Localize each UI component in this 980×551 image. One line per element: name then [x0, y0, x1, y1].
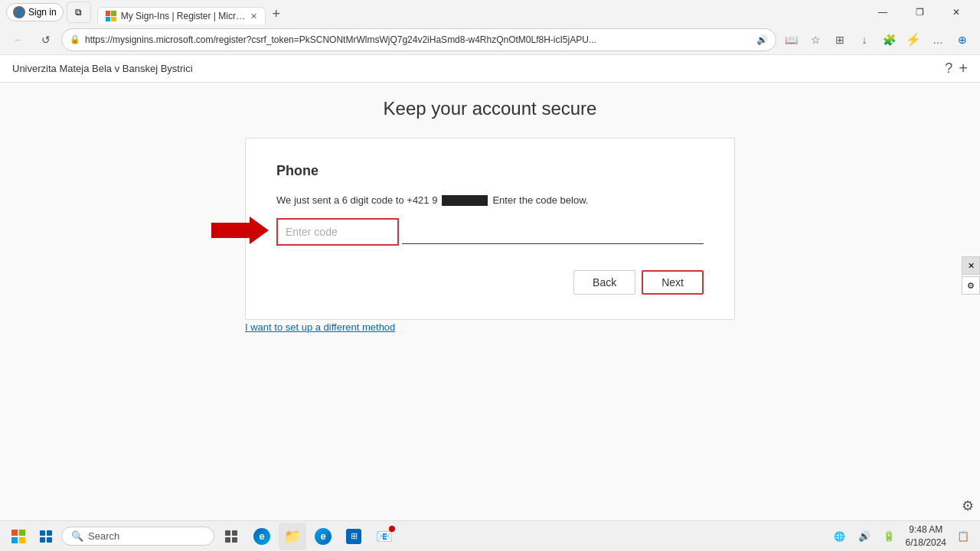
restore-button[interactable]: ❐ [902, 0, 937, 24]
code-input[interactable] [276, 218, 399, 246]
split-view-button[interactable]: ⊞ [828, 28, 851, 51]
read-view-button[interactable]: 📖 [779, 28, 802, 51]
taskbar-search[interactable]: 🔍 Search [61, 527, 214, 546]
title-bar: 👤 Sign in ⧉ My Sign-Ins | Register | Mic… [0, 0, 980, 24]
edge-sidebar-button[interactable]: ⊕ [951, 28, 974, 51]
button-row: Back Next [276, 270, 704, 295]
edge2-taskbar-button[interactable]: e [309, 523, 337, 550]
taskbar: 🔍 Search e 📁 e ⊞ [0, 520, 980, 551]
widgets-button[interactable] [34, 524, 58, 549]
address-bar: ← ↺ 🔒 https://mysignins.microsoft.com/re… [0, 24, 980, 55]
extensions-button[interactable]: 🧩 [877, 28, 900, 51]
profile-button[interactable]: 👤 Sign in [6, 3, 64, 21]
svg-rect-8 [47, 537, 52, 543]
tab-title: My Sign-Ins | Register | Microsoft... [121, 11, 246, 21]
card: Phone We just sent a 6 digit code to +42… [245, 138, 735, 320]
add-icon[interactable]: + [959, 60, 968, 77]
side-float-btn-2[interactable]: ⚙ [962, 276, 980, 295]
system-tray: 🌐 🔊 🔋 9:48 AM 6/18/2024 📋 [829, 523, 974, 549]
taskbar-apps: e 📁 e ⊞ 📧 [217, 523, 826, 550]
favorites-bar: Univerzita Mateja Bela v Banskej Bystric… [0, 55, 980, 83]
tab-bar: My Sign-Ins | Register | Microsoft... ✕ … [97, 0, 859, 24]
svg-rect-9 [225, 530, 230, 536]
section-title: Phone [276, 163, 704, 179]
back-button[interactable]: Back [573, 270, 635, 295]
battery-icon[interactable]: 🔋 [878, 526, 900, 547]
more-button[interactable]: … [926, 28, 949, 51]
file-explorer-button[interactable]: 📁 [279, 523, 306, 550]
minimize-button[interactable]: — [865, 0, 900, 24]
favorites-button[interactable]: ☆ [804, 28, 827, 51]
side-float-buttons: ✕ ⚙ [962, 256, 980, 295]
input-underline [402, 243, 704, 244]
active-tab[interactable]: My Sign-Ins | Register | Microsoft... ✕ [97, 7, 266, 24]
search-icon: 🔍 [71, 530, 83, 542]
start-button[interactable] [6, 524, 31, 549]
tab-list-button[interactable]: ⧉ [67, 2, 91, 23]
org-name: Univerzita Mateja Bela v Banskej Bystric… [12, 63, 193, 74]
back-button[interactable]: ← [6, 28, 31, 52]
refresh-button[interactable]: ↺ [34, 28, 58, 52]
edge-icon[interactable]: ⚡ [902, 28, 925, 51]
different-method-link[interactable]: I want to set up a different method [245, 321, 395, 333]
tray-icon-1[interactable]: 🌐 [829, 526, 851, 547]
tab-close-button[interactable]: ✕ [250, 11, 257, 21]
url-bar[interactable]: 🔒 https://mysignins.microsoft.com/regist… [61, 28, 776, 51]
help-icon[interactable]: ? [945, 60, 952, 77]
arrow-indicator [211, 215, 269, 249]
close-button[interactable]: ✕ [939, 0, 974, 24]
side-float-btn-1[interactable]: ✕ [962, 256, 980, 275]
instruction-prefix: We just sent a 6 digit code to +421 9 [276, 194, 437, 206]
profile-icon: 👤 [13, 6, 25, 18]
code-input-row [276, 218, 704, 246]
task-view-button[interactable] [217, 523, 245, 550]
instruction-text: We just sent a 6 digit code to +421 9 En… [276, 194, 704, 206]
lock-icon: 🔒 [70, 34, 80, 44]
search-label: Search [88, 530, 119, 542]
tab-favicon [106, 11, 116, 21]
phone-redacted [442, 195, 488, 206]
svg-rect-11 [225, 537, 230, 543]
volume-icon[interactable]: 🔊 [854, 526, 875, 547]
instruction-suffix: Enter the code below. [492, 194, 588, 206]
system-clock[interactable]: 9:48 AM 6/18/2024 [903, 523, 949, 549]
downloads-button[interactable]: ↓ [853, 28, 876, 51]
svg-rect-12 [232, 537, 237, 543]
next-button[interactable]: Next [642, 270, 704, 295]
svg-rect-6 [47, 530, 52, 536]
clock-time: 9:48 AM [906, 523, 946, 536]
mail-taskbar-button[interactable]: 📧 [371, 523, 398, 550]
svg-rect-10 [232, 530, 237, 536]
clock-date: 6/18/2024 [906, 536, 946, 549]
profile-label: Sign in [28, 7, 57, 18]
read-aloud-icon: 🔊 [756, 34, 768, 45]
window-controls: — ❐ ✕ [865, 0, 974, 24]
page-title: Keep your account secure [384, 98, 597, 119]
page-content: Keep your account secure Phone We just s… [0, 83, 980, 520]
code-input-wrapper [276, 218, 399, 246]
svg-marker-0 [211, 217, 269, 244]
svg-rect-7 [40, 537, 45, 543]
new-tab-button[interactable]: + [266, 3, 287, 24]
notification-button[interactable]: 📋 [952, 526, 974, 547]
settings-icon[interactable]: ⚙ [962, 497, 974, 514]
svg-rect-1 [11, 530, 18, 536]
svg-rect-3 [11, 537, 18, 543]
store-taskbar-button[interactable]: ⊞ [340, 523, 368, 550]
svg-rect-5 [40, 530, 45, 536]
svg-rect-2 [19, 530, 25, 536]
svg-rect-4 [19, 537, 25, 543]
toolbar-actions: 📖 ☆ ⊞ ↓ 🧩 ⚡ … ⊕ [779, 28, 974, 51]
url-text: https://mysignins.microsoft.com/register… [85, 34, 752, 45]
edge-taskbar-button[interactable]: e [248, 523, 276, 550]
